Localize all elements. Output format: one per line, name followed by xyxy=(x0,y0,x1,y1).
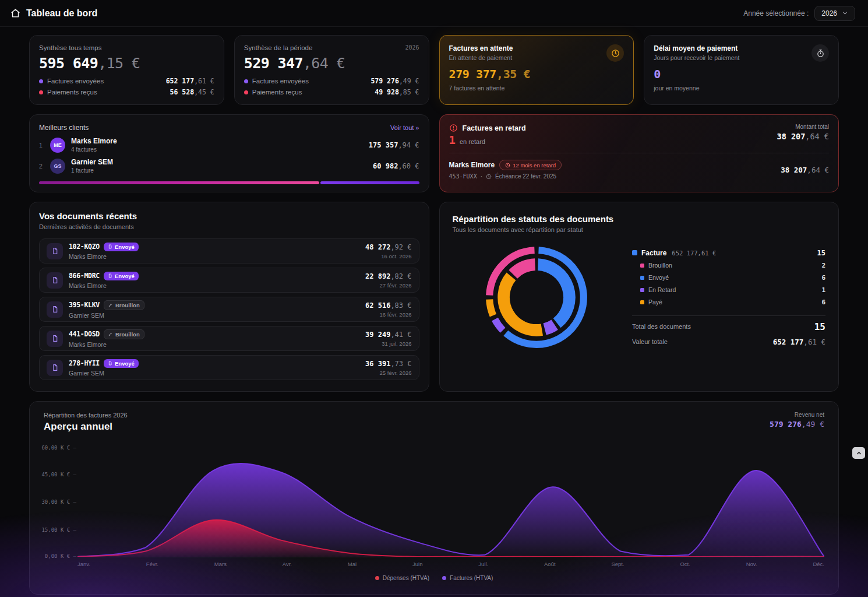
annual-area-chart: 60,00 K € 45,00 K € 30,00 K € 15,00 K € … xyxy=(44,447,824,567)
year-select-value: 2026 xyxy=(821,9,837,17)
period-summary-card: Synthèse de la période 2026 529 347,64 €… xyxy=(234,35,429,105)
due-date: Échéance 22 févr. 2025 xyxy=(495,173,556,180)
purple-dot-icon xyxy=(442,576,446,580)
document-date: 16 févr. 2026 xyxy=(365,311,411,318)
invoice-reference: 453-FUXX xyxy=(449,173,477,180)
document-row[interactable]: 395-KLKV Brouillon Garnier SEM 62 516,83… xyxy=(39,297,419,322)
scroll-to-top-button[interactable] xyxy=(852,447,865,459)
total-documents-row: Total des documents 15 xyxy=(632,321,825,332)
documents-status-row: Vos documents récents Dernières activité… xyxy=(29,202,839,392)
card-subtitle: Jours pour recevoir le paiement xyxy=(654,54,739,61)
document-code: 441-DOSD xyxy=(69,330,100,338)
document-code: 395-KLKV xyxy=(69,301,100,309)
divider xyxy=(632,315,825,316)
card-title: Répartition des statuts des documents xyxy=(453,214,826,224)
document-row[interactable]: 441-DOSD Brouillon Marks Elmore 39 249,4… xyxy=(39,326,419,351)
overdue-total-label: Montant total xyxy=(777,124,829,130)
document-code: 866-MDRC xyxy=(69,272,100,280)
annual-overview-row: Répartition des factures 2026 Aperçu ann… xyxy=(29,401,839,595)
recent-documents-card: Vos documents récents Dernières activité… xyxy=(29,202,429,392)
stat-row-payments-received: Paiements reçus 49 928,85 € xyxy=(244,88,419,96)
card-subtitle: Tous les documents avec répartition par … xyxy=(453,226,826,233)
all-time-total-amount: 595 649,15 € xyxy=(39,55,214,72)
net-revenue-amount: 579 276,49 € xyxy=(770,420,824,429)
pink-dot-icon xyxy=(244,90,248,94)
pink-square-icon xyxy=(640,264,644,268)
card-title: Factures en retard xyxy=(463,124,526,132)
pending-note: 7 factures en attente xyxy=(449,85,624,92)
document-client: Marks Elmore xyxy=(69,341,144,348)
home-icon xyxy=(10,8,20,18)
top-clients-card: Meilleurs clients Voir tout » 1 ME Marks… xyxy=(29,114,429,192)
status-badge: Brouillon xyxy=(104,300,144,310)
document-code: 278-HYII xyxy=(69,359,100,367)
avatar: GS xyxy=(50,159,65,174)
overdue-invoice-row[interactable]: Marks Elmore 12 mois en retard 453-FUXX … xyxy=(449,153,830,180)
card-title: Délai moyen de paiement xyxy=(654,44,739,52)
document-row[interactable]: 278-HYII Envoyé Garnier SEM 36 391,73 € … xyxy=(39,355,419,380)
status-legend: Facture 652 177,61 € 15 Brouillon 2 Envo… xyxy=(632,249,825,346)
document-icon xyxy=(47,272,63,289)
document-amount: 62 516,83 € xyxy=(365,301,411,310)
overdue-client-name: Marks Elmore xyxy=(449,161,495,169)
card-kicker: Répartition des factures 2026 xyxy=(44,412,128,419)
purple-square-icon xyxy=(640,288,644,292)
document-row[interactable]: 102-KQZO Envoyé Marks Elmore 48 272,92 €… xyxy=(39,238,419,264)
chevron-down-icon xyxy=(842,10,848,16)
clock-icon xyxy=(606,44,624,62)
stat-row-payments-received: Paiements reçus 56 528,45 € xyxy=(39,88,214,96)
client-row[interactable]: 2 GS Garnier SEM 1 facture 60 982,60 € xyxy=(39,158,419,174)
document-date: 31 juil. 2026 xyxy=(365,340,411,347)
card-title: Aperçu annuel xyxy=(44,421,128,433)
annual-overview-card: Répartition des factures 2026 Aperçu ann… xyxy=(29,401,839,595)
document-date: 25 févr. 2026 xyxy=(365,370,411,376)
delay-value: 0 xyxy=(654,67,829,81)
card-title: Vos documents récents xyxy=(39,211,419,221)
client-share-segment-1 xyxy=(39,181,319,184)
document-icon xyxy=(47,301,63,318)
overdue-count: 1 xyxy=(449,134,456,146)
pink-dot-icon xyxy=(39,90,43,94)
document-icon xyxy=(108,273,112,278)
status-donut-chart xyxy=(453,243,621,352)
client-amount: 60 982,60 € xyxy=(373,162,419,170)
view-all-link[interactable]: Voir tout » xyxy=(390,124,419,131)
document-date: 27 févr. 2026 xyxy=(365,282,411,289)
period-year-badge: 2026 xyxy=(405,44,419,51)
client-name: Garnier SEM xyxy=(71,158,113,166)
document-amount: 36 391,73 € xyxy=(365,360,411,368)
year-select[interactable]: 2026 xyxy=(814,6,855,21)
card-subtitle: Dernières activités de documents xyxy=(39,223,419,230)
stat-row-invoices-sent: Factures envoyées 652 177,61 € xyxy=(39,77,214,85)
chevron-up-icon xyxy=(856,450,862,456)
document-row[interactable]: 866-MDRC Envoyé Marks Elmore 22 892,82 €… xyxy=(39,268,419,293)
page-title: Tableau de bord xyxy=(26,8,97,19)
client-rank: 2 xyxy=(39,163,44,170)
clients-overdue-row: Meilleurs clients Voir tout » 1 ME Marks… xyxy=(29,114,839,192)
chart-legend: Dépenses (HTVA) Factures (HTVA) xyxy=(44,575,824,581)
status-distribution-card: Répartition des statuts des documents To… xyxy=(439,202,839,392)
document-icon xyxy=(108,244,112,249)
delay-note: jour en moyenne xyxy=(654,85,829,92)
client-rank: 1 xyxy=(39,142,44,149)
document-amount: 22 892,82 € xyxy=(365,272,411,280)
stopwatch-icon xyxy=(811,44,829,62)
client-share-bar xyxy=(39,181,419,184)
purple-dot-icon xyxy=(244,79,248,83)
legend-item: En Retard 1 xyxy=(632,286,825,294)
status-badge: Envoyé xyxy=(104,243,139,251)
status-badge: Envoyé xyxy=(104,359,139,368)
client-row[interactable]: 1 ME Marks Elmore 4 factures 175 357,94 … xyxy=(39,137,419,153)
document-client: Marks Elmore xyxy=(69,253,139,260)
x-axis: Janv.Févr.MarsAvr.MaiJuinJuil.AoûtSept.O… xyxy=(77,561,824,567)
clock-icon xyxy=(486,174,492,180)
period-total-amount: 529 347,64 € xyxy=(244,55,419,72)
total-value-row: Valeur totale 652 177,61 € xyxy=(632,338,825,346)
red-dot-icon xyxy=(375,576,379,580)
client-invoice-count: 4 factures xyxy=(71,146,117,153)
alert-circle-icon xyxy=(449,124,458,132)
legend-item: Envoyé 6 xyxy=(632,274,825,282)
card-subtitle: En attente de paiement xyxy=(449,54,513,61)
legend-header: Facture 652 177,61 € 15 xyxy=(632,249,825,257)
client-share-segment-2 xyxy=(320,181,419,184)
